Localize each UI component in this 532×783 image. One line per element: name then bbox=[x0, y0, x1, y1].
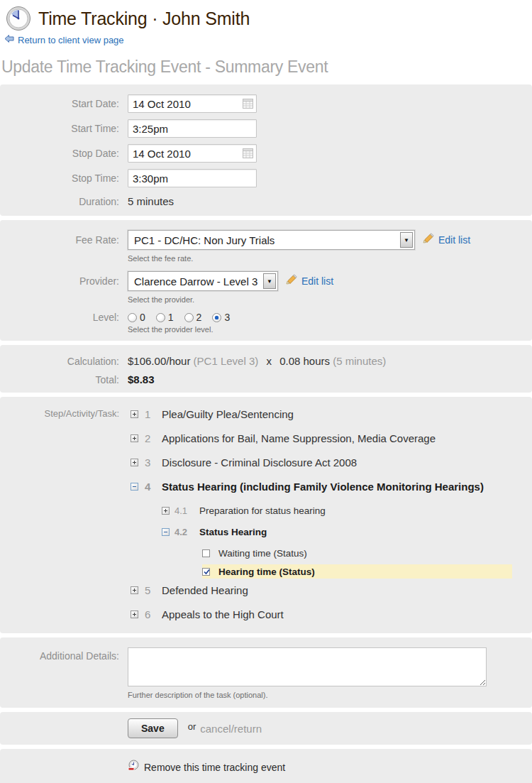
page-header: Time Tracking · John Smith Return to cli… bbox=[0, 0, 532, 46]
provider-select[interactable]: Clarence Darrow - Level 3 ▼ bbox=[128, 271, 278, 291]
task-label[interactable]: Hearing time (Status) bbox=[218, 566, 315, 577]
task-label[interactable]: Applications for Bail, Name Suppression,… bbox=[162, 432, 436, 444]
save-button[interactable]: Save bbox=[128, 718, 178, 738]
stop-date-input[interactable] bbox=[128, 144, 257, 163]
clock-remove-icon bbox=[128, 760, 140, 774]
total-label: Total: bbox=[0, 374, 128, 385]
start-date-label: Start Date: bbox=[0, 98, 128, 109]
collapse-icon[interactable] bbox=[162, 528, 170, 536]
expand-icon[interactable] bbox=[131, 586, 138, 594]
task-row-4-1[interactable]: 4.1 Preparation for status hearing bbox=[162, 503, 532, 518]
stop-date-label: Stop Date: bbox=[0, 148, 128, 159]
collapse-icon[interactable] bbox=[131, 483, 138, 491]
calendar-icon[interactable] bbox=[243, 99, 253, 111]
task-number: 2 bbox=[145, 432, 162, 444]
task-row-6[interactable]: 6 Appeals to the High Court bbox=[131, 607, 532, 622]
chevron-down-icon[interactable]: ▼ bbox=[263, 273, 276, 289]
task-number: 5 bbox=[145, 584, 162, 596]
radio-icon[interactable] bbox=[184, 313, 194, 322]
fee-rate-edit-link[interactable]: Edit list bbox=[422, 233, 470, 247]
task-label[interactable]: Preparation for status hearing bbox=[199, 505, 326, 516]
task-label[interactable]: Appeals to the High Court bbox=[162, 608, 284, 620]
checkbox-unchecked-icon[interactable] bbox=[202, 549, 210, 557]
calc-rate: $106.00/hour bbox=[128, 355, 190, 367]
level-label: Level: bbox=[0, 312, 128, 323]
task-row-3[interactable]: 3 Disclosure - Criminal Disclosure Act 2… bbox=[131, 455, 532, 470]
task-row-hearing-time[interactable]: Hearing time (Status) bbox=[202, 564, 512, 579]
expand-icon[interactable] bbox=[162, 507, 170, 515]
return-link[interactable]: Return to client view page bbox=[4, 33, 526, 46]
level-radio-1-label: 1 bbox=[168, 312, 174, 323]
calculation-value: $106.00/hour (PC1 Level 3) x 0.08 hours … bbox=[128, 355, 386, 367]
task-label[interactable]: Waiting time (Status) bbox=[218, 548, 307, 559]
return-link-label: Return to client view page bbox=[18, 35, 124, 45]
additional-details-hint: Further description of the task (optiona… bbox=[128, 691, 532, 699]
back-arrow-icon bbox=[4, 33, 14, 46]
level-radio-3-label: 3 bbox=[224, 312, 230, 323]
calculation-label: Calculation: bbox=[0, 356, 128, 367]
calc-hours-note: (5 minutes) bbox=[333, 355, 386, 367]
task-row-2[interactable]: 2 Applications for Bail, Name Suppressio… bbox=[131, 431, 532, 446]
stop-time-label: Stop Time: bbox=[0, 173, 128, 184]
chevron-down-icon[interactable]: ▼ bbox=[400, 232, 413, 248]
cancel-return-link[interactable]: cancel/return bbox=[200, 723, 262, 735]
level-radio-group: 0 1 2 3 bbox=[128, 312, 240, 323]
save-panel: Save or cancel/return bbox=[0, 712, 532, 745]
calc-hours: 0.08 hours bbox=[279, 355, 330, 367]
fee-rate-value: PC1 - DC/HC: Non Jury Trials bbox=[134, 234, 396, 246]
task-row-4-2[interactable]: 4.2 Status Hearing bbox=[162, 525, 532, 540]
task-label[interactable]: Plea/Guilty Plea/Sentencing bbox=[162, 408, 294, 420]
level-radio-2[interactable]: 2 bbox=[184, 312, 202, 323]
duration-value: 5 minutes bbox=[128, 195, 174, 207]
level-radio-0[interactable]: 0 bbox=[128, 312, 145, 323]
pencil-icon bbox=[285, 274, 297, 288]
additional-details-textarea[interactable] bbox=[128, 647, 487, 686]
task-row-1[interactable]: 1 Plea/Guilty Plea/Sentencing bbox=[131, 407, 532, 422]
stop-time-input[interactable] bbox=[128, 169, 257, 187]
provider-value: Clarence Darrow - Level 3 bbox=[134, 275, 259, 288]
expand-icon[interactable] bbox=[131, 610, 138, 618]
task-label[interactable]: Disclosure - Criminal Disclosure Act 200… bbox=[162, 456, 357, 469]
fee-rate-hint: Select the fee rate. bbox=[128, 254, 532, 263]
calendar-icon[interactable] bbox=[243, 148, 253, 161]
task-number: 4.1 bbox=[174, 505, 199, 516]
task-row-4[interactable]: 4 Status Hearing (including Family Viole… bbox=[131, 479, 532, 494]
start-time-label: Start Time: bbox=[0, 123, 128, 134]
start-date-input[interactable] bbox=[128, 94, 257, 113]
task-number: 4 bbox=[145, 481, 162, 493]
task-number: 1 bbox=[145, 408, 162, 420]
radio-icon[interactable] bbox=[128, 313, 137, 322]
expand-icon[interactable] bbox=[131, 459, 138, 466]
task-row-5[interactable]: 5 Defended Hearing bbox=[131, 583, 532, 598]
calculation-panel: Calculation: $106.00/hour (PC1 Level 3) … bbox=[0, 345, 532, 393]
page-title: Time Tracking · John Smith bbox=[38, 9, 250, 29]
task-label[interactable]: Status Hearing (including Family Violenc… bbox=[162, 481, 484, 493]
level-hint: Select the provider level. bbox=[128, 325, 532, 334]
datetime-panel: Start Date: Start Time: Stop Date: bbox=[0, 84, 532, 216]
task-number: 6 bbox=[145, 608, 162, 620]
duration-label: Duration: bbox=[0, 196, 128, 207]
fee-rate-select[interactable]: PC1 - DC/HC: Non Jury Trials ▼ bbox=[128, 230, 415, 250]
task-tree-label: Step/Activity/Task: bbox=[0, 408, 128, 419]
clock-icon bbox=[6, 6, 31, 31]
radio-selected-icon[interactable] bbox=[212, 313, 221, 322]
expand-icon[interactable] bbox=[131, 410, 138, 418]
checkbox-checked-icon[interactable] bbox=[202, 568, 210, 576]
calc-rate-note: (PC1 Level 3) bbox=[194, 355, 259, 367]
expand-icon[interactable] bbox=[131, 434, 138, 442]
radio-icon[interactable] bbox=[156, 313, 165, 322]
level-radio-0-label: 0 bbox=[140, 312, 145, 323]
level-radio-1[interactable]: 1 bbox=[156, 312, 174, 323]
task-row-waiting-time[interactable]: Waiting time (Status) bbox=[202, 546, 512, 560]
task-number: 4.2 bbox=[174, 527, 199, 537]
task-label[interactable]: Defended Hearing bbox=[162, 584, 248, 596]
provider-edit-link[interactable]: Edit list bbox=[285, 274, 333, 288]
task-label[interactable]: Status Hearing bbox=[199, 527, 267, 537]
pencil-icon bbox=[422, 233, 434, 247]
level-radio-3[interactable]: 3 bbox=[212, 312, 230, 323]
calc-operator: x bbox=[266, 355, 272, 367]
task-number: 3 bbox=[145, 456, 162, 469]
additional-details-label: Additional Details: bbox=[0, 647, 128, 662]
start-time-input[interactable] bbox=[128, 119, 257, 138]
remove-event-link[interactable]: Remove this time tracking event bbox=[128, 760, 532, 774]
